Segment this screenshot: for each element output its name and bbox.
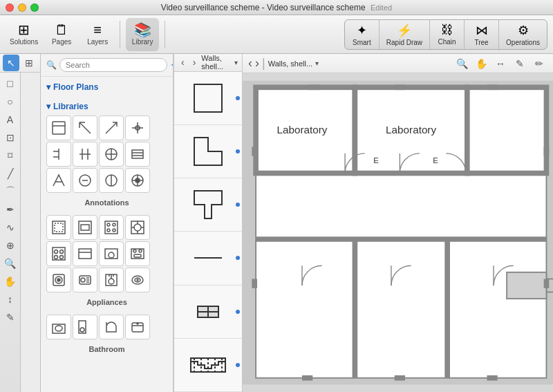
pages-button[interactable]: 🗒 Pages <box>45 18 78 51</box>
svg-rect-111 <box>395 375 405 381</box>
titlebar: Video surveillance scheme - Video survei… <box>0 0 553 15</box>
arc-tool[interactable]: ⌒ <box>2 183 19 200</box>
bathroom-cell-2[interactable] <box>73 315 97 339</box>
svg-point-72 <box>137 279 138 281</box>
canvas-nav-back[interactable]: ‹ <box>248 56 252 71</box>
lib-item-window[interactable] <box>174 286 242 339</box>
appliance-cell-1[interactable] <box>46 215 71 240</box>
icon-cell-11[interactable] <box>99 168 124 193</box>
icon-cell-3[interactable] <box>99 115 124 140</box>
svg-point-34 <box>107 223 110 226</box>
minimize-button[interactable] <box>18 3 26 12</box>
textbox-tool[interactable]: ⊡ <box>2 129 19 146</box>
icon-cell-10[interactable] <box>73 168 97 193</box>
appliance-cell-3[interactable] <box>99 215 124 240</box>
appliance-cell-12[interactable] <box>125 268 150 292</box>
bathroom-cell-1[interactable] <box>46 315 71 339</box>
window-controls <box>6 3 39 12</box>
canvas-area: ‹ › | Walls, shell... ▾ 🔍 ✋ ↔ ✎ ✏ <box>243 54 553 392</box>
tools-panel-container: ↖ ⊞ □ ○ A ⊡ ⌑ ╱ ⌒ ✒ ∿ ⊕ 🔍 ✋ ↕ ✎ <box>0 54 41 392</box>
maximize-button[interactable] <box>30 3 39 12</box>
chain-button[interactable]: ⛓ Chain <box>430 20 465 49</box>
text-tool[interactable]: A <box>2 111 19 128</box>
svg-point-46 <box>60 250 64 254</box>
appliance-cell-2[interactable] <box>73 215 97 240</box>
svg-rect-108 <box>544 147 550 156</box>
zoom-in-tool[interactable]: 🔍 <box>453 55 470 72</box>
lib-item-tshape[interactable] <box>174 178 242 232</box>
svg-point-28 <box>135 178 140 183</box>
hand-tool[interactable]: ✋ <box>473 55 489 72</box>
pan-tool[interactable]: ✋ <box>2 273 19 290</box>
layers-button[interactable]: ≡ Layers <box>81 18 114 51</box>
svg-point-59 <box>57 279 60 281</box>
breadcrumb-dropdown[interactable]: ▾ <box>234 59 238 66</box>
nav-back-button[interactable]: ‹ <box>178 55 187 69</box>
pages-icon: 🗒 <box>55 23 68 37</box>
close-button[interactable] <box>6 3 14 12</box>
annotations-grid <box>46 113 167 196</box>
svg-rect-109 <box>544 279 550 288</box>
canvas-background: Laboratory Laboratory E E <box>243 73 553 392</box>
svg-point-47 <box>55 256 58 259</box>
appliance-cell-8[interactable] <box>125 241 150 266</box>
zoom-tool[interactable]: 🔍 <box>2 255 19 272</box>
appliance-cell-9[interactable] <box>46 268 71 292</box>
canvas-dropdown-btn[interactable]: ▾ <box>315 59 319 67</box>
lib-item-square[interactable] <box>174 72 242 125</box>
grid-select-tool[interactable]: ⊞ <box>21 55 37 71</box>
canvas-breadcrumb: Walls, shell... <box>268 59 312 68</box>
bezier-tool[interactable]: ∿ <box>2 219 19 236</box>
icon-cell-4[interactable] <box>125 115 150 140</box>
nav-forward-button[interactable]: › <box>190 55 199 69</box>
ellipse-tool[interactable]: ○ <box>2 93 19 110</box>
library-button[interactable]: 📚 Library <box>126 18 159 51</box>
floor-plans-header[interactable]: ▾ Floor Plans <box>46 80 167 93</box>
format-tool[interactable]: ✏ <box>531 55 547 72</box>
icon-cell-2[interactable] <box>73 115 97 140</box>
rapid-draw-button[interactable]: ⚡ Rapid Draw <box>379 20 430 49</box>
lib-item-stair[interactable] <box>174 339 242 392</box>
operations-button[interactable]: ⚙ Operations <box>499 20 547 49</box>
libraries-arrow: ▾ <box>46 102 50 111</box>
pen-tool[interactable]: ✒ <box>2 201 19 218</box>
lib-dot-3 <box>236 203 240 207</box>
tree-button[interactable]: ⋈ Tree <box>465 20 499 49</box>
icon-cell-12[interactable] <box>125 168 150 193</box>
search-input[interactable] <box>59 58 167 72</box>
rectangle-tool[interactable]: □ <box>2 75 19 92</box>
svg-rect-33 <box>105 221 118 234</box>
edit-tool[interactable]: ✎ <box>512 55 528 72</box>
bathroom-cell-4[interactable] <box>125 315 150 339</box>
canvas-nav-forward[interactable]: › <box>255 56 259 71</box>
connection-tool[interactable]: ⊕ <box>2 237 19 254</box>
solutions-button[interactable]: ⊞ Solutions <box>6 18 42 51</box>
appliance-cell-10[interactable] <box>73 268 97 292</box>
select-tool[interactable]: ↖ <box>3 55 19 71</box>
point-tool[interactable]: ↕ <box>2 291 19 308</box>
lib-item-line[interactable] <box>174 232 242 285</box>
content-area: ↖ ⊞ □ ○ A ⊡ ⌑ ╱ ⌒ ✒ ∿ ⊕ 🔍 ✋ ↕ ✎ <box>0 54 553 392</box>
eyedropper-tool[interactable]: ✎ <box>2 309 19 326</box>
icon-cell-9[interactable] <box>46 168 71 193</box>
line-tool[interactable]: ╱ <box>2 165 19 182</box>
appliance-cell-6[interactable] <box>73 241 97 266</box>
svg-point-39 <box>134 224 141 231</box>
icon-cell-8[interactable] <box>125 142 150 167</box>
svg-point-54 <box>133 250 136 252</box>
bathroom-cell-3[interactable] <box>99 315 124 339</box>
libraries-header[interactable]: ▾ Libraries <box>46 99 167 113</box>
icon-cell-7[interactable] <box>99 142 124 167</box>
icon-cell-5[interactable] <box>46 142 71 167</box>
appliance-cell-4[interactable] <box>125 215 150 240</box>
resize-tool[interactable]: ↔ <box>492 55 509 72</box>
smart-button[interactable]: ✦ Smart <box>345 20 379 49</box>
icon-cell-1[interactable] <box>46 115 71 140</box>
appliance-cell-5[interactable] <box>46 241 71 266</box>
lib-item-lshape[interactable] <box>174 125 242 178</box>
icon-cell-6[interactable] <box>73 142 97 167</box>
svg-point-48 <box>60 256 64 259</box>
appliance-cell-11[interactable] <box>99 268 124 292</box>
appliance-cell-7[interactable] <box>99 241 124 266</box>
callout-tool[interactable]: ⌑ <box>2 147 19 164</box>
